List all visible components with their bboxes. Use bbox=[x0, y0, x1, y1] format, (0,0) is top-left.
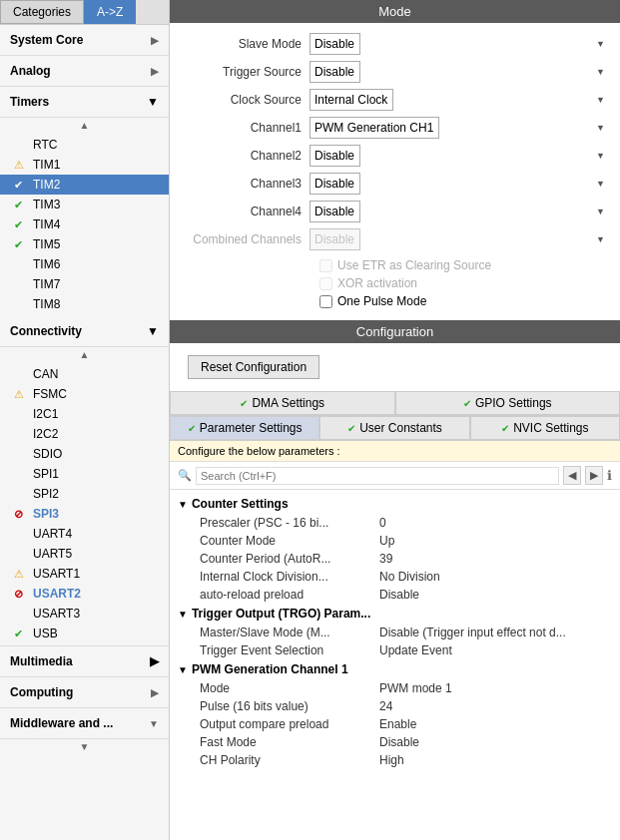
form-row-channel2: Channel2 Disable bbox=[180, 145, 610, 167]
list-item[interactable]: TIM7 bbox=[0, 274, 169, 294]
channel4-label: Channel4 bbox=[180, 205, 310, 218]
list-item[interactable]: ⚠ TIM1 bbox=[0, 155, 169, 175]
tree-group-pwm-ch1[interactable]: ▼ PWM Generation Channel 1 bbox=[170, 659, 620, 679]
trigger-source-select-wrapper: Disable bbox=[310, 61, 610, 83]
tab-atoz[interactable]: A->Z bbox=[84, 0, 136, 24]
timers-scroll-up[interactable]: ▲ bbox=[0, 118, 169, 133]
list-item[interactable]: RTC bbox=[0, 135, 169, 155]
uart5-label: UART5 bbox=[33, 547, 72, 561]
computing-arrow: ▶ bbox=[151, 687, 159, 698]
trigger-source-select[interactable]: Disable bbox=[310, 61, 360, 83]
sidebar-item-multimedia[interactable]: Multimedia ▶ bbox=[0, 645, 169, 677]
right-panel: Mode Slave Mode Disable Trigger Source D… bbox=[170, 0, 620, 840]
pulse-name: Pulse (16 bits value) bbox=[200, 699, 379, 713]
sidebar-item-analog[interactable]: Analog ▶ bbox=[0, 56, 169, 87]
system-core-arrow: ▶ bbox=[151, 35, 159, 46]
list-item[interactable]: UART4 bbox=[0, 524, 169, 544]
user-constants-check-icon: ✔ bbox=[347, 423, 355, 434]
channel2-select[interactable]: Disable bbox=[310, 145, 360, 167]
spi3-label: SPI3 bbox=[33, 507, 59, 521]
tree-group-trigger-output[interactable]: ▼ Trigger Output (TRGO) Param... bbox=[170, 604, 620, 624]
list-item[interactable]: ⊘ SPI3 bbox=[0, 504, 169, 524]
search-next-button[interactable]: ▶ bbox=[585, 466, 603, 485]
list-item[interactable]: ✔ TIM2 bbox=[0, 175, 169, 195]
tim5-check-icon: ✔ bbox=[14, 238, 28, 251]
auto-reload-name: auto-reload preload bbox=[200, 588, 379, 602]
combined-channels-select[interactable]: Disable bbox=[310, 228, 360, 250]
xor-checkbox[interactable] bbox=[319, 277, 332, 290]
tim4-label: TIM4 bbox=[33, 217, 60, 231]
list-item[interactable]: I2C1 bbox=[0, 404, 169, 424]
sidebar-item-computing[interactable]: Computing ▶ bbox=[0, 677, 169, 708]
trigger-output-label: Trigger Output (TRGO) Param... bbox=[192, 607, 370, 621]
fsmc-warning-icon: ⚠ bbox=[14, 388, 28, 401]
counter-period-name: Counter Period (AutoR... bbox=[200, 552, 379, 566]
trigger-output-collapse-icon: ▼ bbox=[178, 609, 188, 620]
nvic-check-icon: ✔ bbox=[501, 423, 509, 434]
search-input[interactable] bbox=[196, 467, 559, 485]
sidebar-item-timers[interactable]: Timers ▼ bbox=[0, 87, 169, 118]
list-item[interactable]: ⚠ FSMC bbox=[0, 384, 169, 404]
sidebar-item-system-core[interactable]: System Core ▶ bbox=[0, 25, 169, 56]
slave-mode-select[interactable]: Disable bbox=[310, 33, 360, 55]
list-item[interactable]: ✔ TIM3 bbox=[0, 195, 169, 214]
config-section-header: Configuration bbox=[170, 320, 620, 343]
tree-group-counter-settings[interactable]: ▼ Counter Settings bbox=[170, 494, 620, 514]
counter-mode-name: Counter Mode bbox=[200, 534, 379, 548]
spi1-label: SPI1 bbox=[33, 467, 59, 481]
list-item[interactable]: SPI2 bbox=[0, 484, 169, 504]
output-compare-name: Output compare preload bbox=[200, 717, 379, 731]
list-item[interactable]: ⚠ USART1 bbox=[0, 564, 169, 584]
list-item[interactable]: USART3 bbox=[0, 604, 169, 624]
combined-channels-label: Combined Channels bbox=[180, 232, 310, 246]
clock-source-select[interactable]: Internal Clock bbox=[310, 89, 393, 111]
list-item[interactable]: CAN bbox=[0, 364, 169, 384]
output-compare-value: Enable bbox=[379, 717, 612, 731]
list-item[interactable]: SDIO bbox=[0, 444, 169, 464]
search-prev-button[interactable]: ◀ bbox=[563, 466, 581, 485]
one-pulse-checkbox[interactable] bbox=[319, 295, 332, 308]
etr-checkbox[interactable] bbox=[319, 259, 332, 272]
mode-section-header: Mode bbox=[170, 0, 620, 23]
clock-source-label: Clock Source bbox=[180, 93, 310, 107]
prescaler-value: 0 bbox=[379, 516, 612, 530]
tab-gpio-settings[interactable]: ✔ GPIO Settings bbox=[395, 391, 621, 415]
configuration-section: Configuration Reset Configuration ✔ DMA … bbox=[170, 320, 620, 773]
channel2-label: Channel2 bbox=[180, 149, 310, 163]
channel1-select[interactable]: PWM Generation CH1 bbox=[310, 117, 439, 139]
tab-categories[interactable]: Categories bbox=[0, 0, 84, 24]
connectivity-scroll-up[interactable]: ▲ bbox=[0, 347, 169, 362]
channel3-select[interactable]: Disable bbox=[310, 173, 360, 195]
usart2-label: USART2 bbox=[33, 587, 81, 601]
timers-label: Timers bbox=[10, 95, 49, 109]
list-item[interactable]: TIM6 bbox=[0, 254, 169, 274]
sidebar-item-middleware[interactable]: Middleware and ... ▼ bbox=[0, 708, 169, 739]
list-item[interactable]: ✔ TIM5 bbox=[0, 234, 169, 254]
list-item[interactable]: ⊘ USART2 bbox=[0, 584, 169, 604]
slave-mode-select-wrapper: Disable bbox=[310, 33, 610, 55]
list-item[interactable]: ✔ TIM4 bbox=[0, 214, 169, 234]
form-row-combined-channels: Combined Channels Disable bbox=[180, 228, 610, 250]
tab-dma-settings[interactable]: ✔ DMA Settings bbox=[170, 391, 395, 415]
list-item[interactable]: ✔ USB bbox=[0, 624, 169, 643]
tab-user-constants[interactable]: ✔ User Constants bbox=[319, 416, 469, 440]
list-item[interactable]: I2C2 bbox=[0, 424, 169, 444]
list-item[interactable]: TIM8 bbox=[0, 294, 169, 314]
sidebar-item-connectivity[interactable]: Connectivity ▼ bbox=[0, 316, 169, 347]
spi3-error-icon: ⊘ bbox=[14, 508, 28, 521]
tim3-label: TIM3 bbox=[33, 198, 60, 211]
checkbox-row-one-pulse: One Pulse Mode bbox=[310, 292, 610, 310]
tab-nvic-settings[interactable]: ✔ NVIC Settings bbox=[470, 416, 620, 440]
left-scroll: System Core ▶ Analog ▶ Timers ▼ ▲ RTC bbox=[0, 25, 169, 840]
pwm-ch1-label: PWM Generation Channel 1 bbox=[192, 662, 348, 676]
info-icon[interactable]: ℹ bbox=[607, 468, 612, 483]
list-item[interactable]: SPI1 bbox=[0, 464, 169, 484]
tab-parameter-settings[interactable]: ✔ Parameter Settings bbox=[170, 416, 319, 440]
search-bar: 🔍 ◀ ▶ ℹ bbox=[170, 462, 620, 490]
reset-configuration-button[interactable]: Reset Configuration bbox=[188, 355, 319, 379]
multimedia-label: Multimedia bbox=[10, 654, 73, 668]
channel4-select[interactable]: Disable bbox=[310, 201, 360, 222]
list-item[interactable]: UART5 bbox=[0, 544, 169, 564]
bottom-scroll-down[interactable]: ▼ bbox=[0, 739, 169, 754]
clock-source-select-wrapper: Internal Clock bbox=[310, 89, 610, 111]
